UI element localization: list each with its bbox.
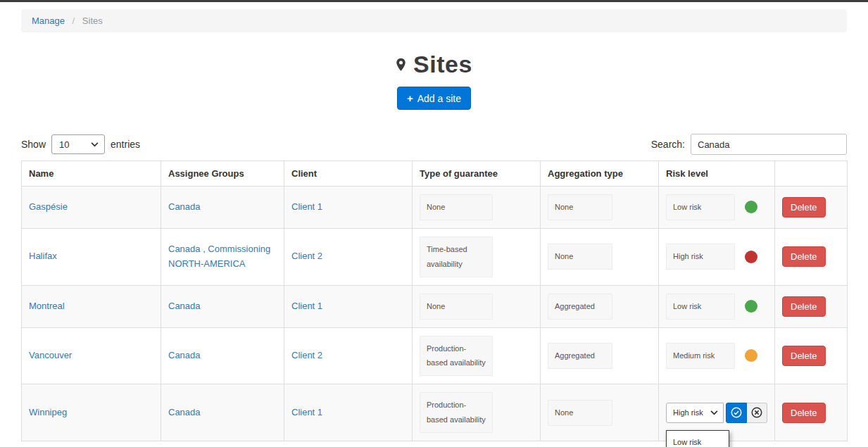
risk-level-display: Medium risk <box>666 343 767 369</box>
add-site-button-label: Add a site <box>417 93 461 104</box>
guarantee-value: Production-based availability <box>420 336 493 377</box>
aggregation-cell: None <box>541 187 659 229</box>
plus-icon: + <box>407 92 413 104</box>
guarantee-cell: Time-based availability <box>413 228 541 285</box>
search-input[interactable] <box>691 134 847 155</box>
name-cell: Gaspésie <box>22 187 161 229</box>
assignee-groups-cell: Canada , Commissioning NORTH-AMERICA <box>161 228 284 285</box>
sites-table: NameAssignee GroupsClientType of guarant… <box>21 160 848 441</box>
risk-level-value: High risk <box>666 244 735 270</box>
assignee-groups-cell: Canada <box>161 384 284 441</box>
name-cell: Halifax <box>22 228 161 285</box>
column-header-client: Client <box>284 161 413 187</box>
check-circle-icon <box>730 406 743 419</box>
risk-level-dropdown: Low riskMedium riskHigh risk <box>666 430 729 447</box>
name-cell: Montreal <box>22 285 161 327</box>
guarantee-cell: Production-based availability <box>413 384 541 441</box>
assignee-groups-link[interactable]: Canada , Commissioning NORTH-AMERICA <box>168 244 270 269</box>
risk-level-cell: Low risk <box>659 187 775 229</box>
actions-cell: Delete <box>775 187 848 229</box>
risk-indicator-dot <box>745 201 757 213</box>
assignee-groups-link[interactable]: Canada <box>168 350 201 360</box>
site-name-link[interactable]: Montreal <box>29 301 65 311</box>
entries-label: entries <box>111 139 140 150</box>
table-row: VancouverCanadaClient 2Production-based … <box>22 327 848 384</box>
client-link[interactable]: Client 1 <box>291 301 322 311</box>
column-header-assignee-groups: Assignee Groups <box>161 161 284 187</box>
name-cell: Vancouver <box>22 327 161 384</box>
assignee-groups-link[interactable]: Canada <box>168 201 201 212</box>
client-cell: Client 2 <box>284 228 413 285</box>
breadcrumb-separator: / <box>73 15 75 26</box>
risk-level-display: High risk <box>666 244 767 270</box>
guarantee-cell: None <box>413 187 541 229</box>
location-pin-icon <box>396 58 406 72</box>
table-row: HalifaxCanada , Commissioning NORTH-AMER… <box>22 228 848 285</box>
chevron-down-icon <box>91 142 99 147</box>
breadcrumb-current: Sites <box>82 15 103 26</box>
cancel-risk-button[interactable] <box>747 403 767 423</box>
assignee-groups-link[interactable]: Canada <box>168 407 201 417</box>
risk-level-cell: Medium risk <box>659 327 775 384</box>
aggregation-cell: None <box>541 384 659 441</box>
client-link[interactable]: Client 1 <box>291 407 322 417</box>
client-link[interactable]: Client 2 <box>291 350 322 360</box>
column-header-name: Name <box>22 161 161 187</box>
assignee-groups-cell: Canada <box>161 187 284 229</box>
site-name-link[interactable]: Halifax <box>29 251 57 261</box>
aggregation-value: None <box>548 194 612 220</box>
confirm-risk-button[interactable] <box>726 403 747 423</box>
table-row: GaspésieCanadaClient 1NoneNoneLow riskDe… <box>22 187 848 229</box>
delete-button[interactable]: Delete <box>782 197 826 218</box>
breadcrumb: Manage / Sites <box>21 9 847 32</box>
risk-level-display: Low risk <box>666 194 767 220</box>
site-name-link[interactable]: Vancouver <box>29 350 72 360</box>
risk-option-low-risk[interactable]: Low risk <box>667 431 729 447</box>
risk-level-value: Medium risk <box>666 343 735 369</box>
column-header-actions <box>775 161 848 187</box>
risk-level-cell: High risk <box>659 228 775 285</box>
breadcrumb-manage-link[interactable]: Manage <box>32 15 65 26</box>
risk-level-cell: Low risk <box>659 285 775 327</box>
show-label: Show <box>21 139 46 150</box>
top-navbar-edge <box>0 0 868 2</box>
page-size-value: 10 <box>59 139 69 150</box>
actions-cell: Delete <box>775 285 848 327</box>
column-header-risk-level: Risk level <box>659 161 775 187</box>
risk-level-cell: High riskLow riskMedium riskHigh risk <box>659 384 775 441</box>
guarantee-cell: Production-based availability <box>413 327 541 384</box>
guarantee-value: None <box>420 294 493 320</box>
site-name-link[interactable]: Winnipeg <box>29 407 67 417</box>
risk-level-display: Low risk <box>666 294 767 320</box>
risk-level-select-value: High risk <box>673 408 703 417</box>
risk-indicator-dot <box>745 251 757 263</box>
actions-cell: Delete <box>775 228 848 285</box>
aggregation-value: None <box>548 400 612 426</box>
risk-level-select[interactable]: High risk <box>666 403 724 423</box>
delete-button[interactable]: Delete <box>782 346 826 366</box>
assignee-groups-cell: Canada <box>161 327 284 384</box>
table-header-row: NameAssignee GroupsClientType of guarant… <box>22 161 848 187</box>
client-cell: Client 1 <box>284 285 413 327</box>
x-circle-icon <box>750 406 763 419</box>
search-label: Search: <box>651 139 685 150</box>
chevron-down-icon <box>710 410 718 415</box>
risk-level-editor: High riskLow riskMedium riskHigh risk <box>666 403 767 423</box>
guarantee-value: Time-based availability <box>420 237 493 277</box>
table-row: WinnipegCanadaClient 1Production-based a… <box>22 384 848 441</box>
aggregation-value: Aggregated <box>548 294 612 320</box>
guarantee-value: Production-based availability <box>420 392 493 433</box>
aggregation-cell: Aggregated <box>541 327 659 384</box>
actions-cell: Delete <box>775 327 848 384</box>
actions-cell: Delete <box>775 384 848 441</box>
page-size-select[interactable]: 10 <box>51 134 105 154</box>
client-link[interactable]: Client 1 <box>291 201 322 212</box>
assignee-groups-link[interactable]: Canada <box>168 301 201 311</box>
site-name-link[interactable]: Gaspésie <box>29 201 68 212</box>
delete-button[interactable]: Delete <box>782 296 826 317</box>
delete-button[interactable]: Delete <box>782 403 826 423</box>
delete-button[interactable]: Delete <box>782 246 826 267</box>
client-link[interactable]: Client 2 <box>291 251 322 261</box>
guarantee-value: None <box>420 194 493 220</box>
add-site-button[interactable]: + Add a site <box>397 87 471 110</box>
